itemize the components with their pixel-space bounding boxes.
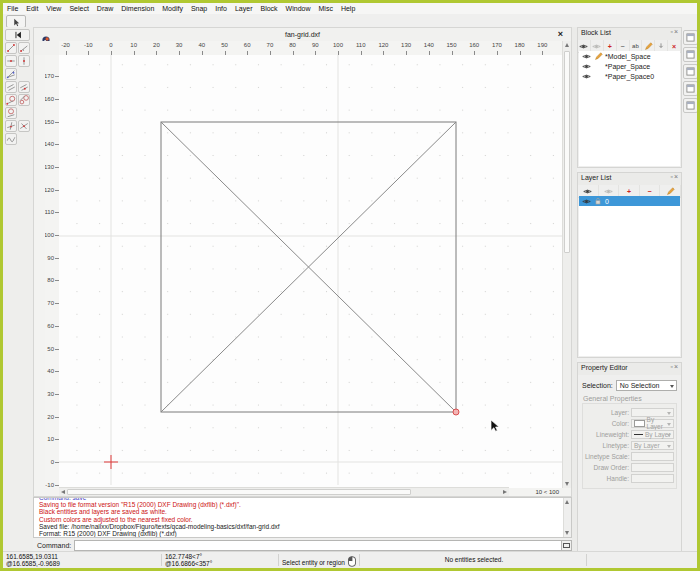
h-ruler-label: 30 [176,42,183,48]
menu-help[interactable]: Help [337,5,359,12]
property-input[interactable] [631,463,674,472]
block-row[interactable]: *Paper_Space0 [579,71,680,81]
block-name: *Model_Space [605,53,651,60]
toggle-block-list-button[interactable] [683,64,698,79]
menubar: FileEditViewSelectDrawDimensionModifySna… [3,3,697,14]
menu-block[interactable]: Block [256,5,281,12]
drawing-canvas[interactable] [59,55,563,488]
block-name: *Paper_Space0 [605,73,654,80]
history-line: Saved file: /home/nailxx/Dropbox/Figuro/… [39,523,571,530]
layer-row[interactable]: 0 [579,196,680,206]
visibility-eye-icon[interactable] [581,62,591,71]
tool-line-angle-button[interactable] [18,42,30,54]
property-combo-color[interactable]: By Layer [631,419,674,428]
property-row: Linetype:By Layer [585,440,674,450]
property-input[interactable] [631,452,674,461]
property-input[interactable] [631,474,674,483]
cad-toolbar-row [3,94,33,106]
close-panel-icon[interactable]: × [674,28,679,35]
property-combo[interactable]: By Layer [631,441,674,450]
command-label: Command: [37,542,71,549]
menu-file[interactable]: File [3,5,22,12]
tool-line-orthogonal-button[interactable] [5,120,17,132]
command-options-button[interactable] [562,540,572,551]
history-line: Black entities and layers are saved as w… [39,508,571,515]
tool-back-button[interactable] [5,29,30,41]
ruler-corner [34,41,59,55]
property-row: Linetype Scale: [585,451,674,461]
property-combo-line[interactable]: By Layer [631,430,674,439]
vertical-scrollbar[interactable] [562,41,571,488]
tool-line-tangent-2-circles-button[interactable] [18,94,30,106]
menu-modify[interactable]: Modify [158,5,187,12]
menu-snap[interactable]: Snap [187,5,211,12]
tool-line-parallel-through-point-button[interactable] [18,81,30,93]
menu-edit[interactable]: Edit [22,5,42,12]
h-ruler-label: 150 [446,42,456,48]
menu-info[interactable]: Info [211,5,231,12]
close-panel-icon[interactable]: × [674,173,679,180]
mouse-icon [348,556,356,568]
history-scrollbar[interactable] [563,498,571,537]
property-label: Color: [585,420,631,427]
close-panel-icon[interactable]: × [674,363,679,370]
selection-label: Selection: [582,382,613,389]
general-properties-label: General Properties [583,395,676,402]
document-title: fan-grid.dxf [34,31,571,38]
tool-line-parallel-button[interactable] [5,81,17,93]
v-ruler-label: 70 [47,300,54,306]
tool-line-bisector-button[interactable] [5,68,17,80]
property-label: Layer: [585,409,631,416]
horizontal-scrollbar[interactable] [59,487,509,496]
cad-toolbar-row [3,55,33,67]
dock-toggle-toolbar [682,27,698,552]
hscroll-thumb[interactable] [67,489,411,495]
v-ruler-label: 150 [45,119,54,125]
v-ruler-label: 0 [51,459,54,465]
visibility-eye-icon[interactable] [581,52,591,61]
tool-line-2-points-button[interactable] [5,42,17,54]
tool-line-horizontal-button[interactable] [5,55,17,67]
h-ruler-label: 90 [312,42,319,48]
lock-icon[interactable] [593,197,603,205]
v-ruler-label: 50 [47,346,54,352]
mouse-cursor [491,420,499,431]
menu-layer[interactable]: Layer [231,5,257,12]
h-ruler-label: 20 [153,42,160,48]
tool-line-tangent-point-button[interactable] [5,94,17,106]
tool-line-relative-angle-button[interactable] [18,120,30,132]
tool-line-freehand-button[interactable] [5,133,17,145]
h-ruler-label: 190 [537,42,547,48]
block-row[interactable]: *Paper_Space [579,61,680,71]
h-ruler-label: 0 [109,42,112,48]
menu-draw[interactable]: Draw [93,5,117,12]
property-editor-header: Property Editor ▫× [578,363,681,375]
visibility-eye-icon[interactable] [581,197,591,206]
toggle-property-editor-button[interactable] [683,30,698,45]
h-ruler-label: 10 [130,42,137,48]
block-row[interactable]: *Model_Space [579,51,680,61]
cad-toolbar-row [3,107,33,119]
vscroll-thumb[interactable] [564,51,570,253]
tool-line-vertical-button[interactable] [18,55,30,67]
menu-misc[interactable]: Misc [315,5,337,12]
tool-line-orthogonal-tangent-button[interactable] [5,107,17,119]
menu-select[interactable]: Select [65,5,92,12]
toggle-command-line-button[interactable] [683,98,698,113]
reference-point-marker [453,409,459,415]
property-editor-title: Property Editor [581,364,628,371]
toggle-layer-list-button[interactable] [683,81,698,96]
selection-combobox[interactable]: No Selection [616,380,677,391]
cad-toolbar-row [3,29,33,41]
horizontal-ruler: -20-100102030405060708090100110120130140… [59,41,563,56]
menu-dimension[interactable]: Dimension [117,5,158,12]
close-document-icon[interactable]: × [558,29,563,39]
menu-window[interactable]: Window [282,5,315,12]
chevron-down-icon [670,385,674,388]
visibility-eye-icon[interactable] [581,72,591,81]
command-input[interactable] [74,540,562,551]
cad-toolbar-row [3,68,33,80]
menu-view[interactable]: View [42,5,65,12]
toggle-library-browser-button[interactable] [683,47,698,62]
layer-list-header: Layer List ▫× [578,173,681,185]
